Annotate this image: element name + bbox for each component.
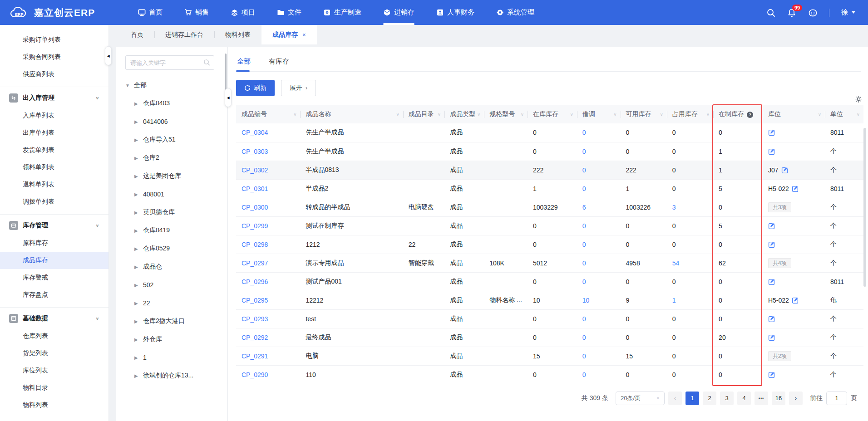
caret-collapsed-icon[interactable]: ▶ [134, 264, 139, 269]
tree-node-仓库0419[interactable]: ▶仓库0419 [125, 221, 227, 240]
refresh-button[interactable]: 刷新 [236, 80, 275, 96]
location-count-tag[interactable]: 共4项 [768, 258, 791, 268]
page-tab-首页[interactable]: 首页 [120, 25, 154, 44]
user-menu[interactable]: 徐 [841, 8, 855, 17]
tree-node-英贝德仓库[interactable]: ▶英贝德仓库 [125, 203, 227, 221]
chevron-down-icon[interactable]: ∨ [438, 112, 441, 116]
product-code-link[interactable]: CP_0295 [242, 297, 268, 304]
sidebar-collapse-handle[interactable]: ◀ [105, 46, 112, 65]
caret-collapsed-icon[interactable]: ▶ [134, 246, 139, 251]
sidebar-item-仓库列表[interactable]: 仓库列表 [0, 328, 108, 345]
tree-node-22[interactable]: ▶22 [125, 294, 227, 312]
product-code-link[interactable]: CP_0291 [242, 352, 268, 360]
caret-collapsed-icon[interactable]: ▶ [134, 119, 139, 124]
edit-location-icon[interactable] [768, 315, 775, 323]
edit-location-icon[interactable] [792, 185, 799, 192]
sidebar-item-采购合同列表[interactable]: 采购合同列表 [0, 49, 108, 66]
edit-location-icon[interactable] [768, 222, 775, 230]
chevron-down-icon[interactable]: ∨ [660, 112, 663, 116]
sidebar-item-成品库存[interactable]: 成品库存 [0, 252, 108, 269]
tree-node-仓库导入51[interactable]: ▶仓库导入51 [125, 131, 227, 149]
nav-item-cart[interactable]: 销售 [173, 0, 220, 25]
column-header-wip[interactable]: 在制库存? [713, 105, 763, 123]
chevron-down-icon[interactable]: ∨ [477, 112, 480, 116]
tree-node-1[interactable]: ▶1 [125, 348, 227, 367]
occupied-link[interactable]: 3 [672, 204, 676, 211]
column-header-available[interactable]: 可用库存∨ [621, 105, 667, 123]
page-tab-物料列表[interactable]: 物料列表 [214, 25, 261, 44]
borrow-link[interactable]: 0 [582, 185, 586, 192]
tree-node-408001[interactable]: ▶408001 [125, 185, 227, 203]
nav-item-hr[interactable]: 人事财务 [425, 0, 485, 25]
tree-node-仓库2[interactable]: ▶仓库2 [125, 149, 227, 167]
tree-search-icon[interactable] [203, 59, 210, 68]
sidebar-item-库存警戒[interactable]: 库存警戒 [0, 269, 108, 286]
borrow-link[interactable]: 0 [582, 371, 586, 378]
borrow-link[interactable]: 0 [582, 315, 586, 323]
product-code-link[interactable]: CP_0303 [242, 148, 268, 155]
column-header-catalog[interactable]: 成品目录∨ [403, 105, 444, 123]
occupied-link[interactable]: 54 [672, 259, 680, 267]
page-tab-进销存工作台[interactable]: 进销存工作台 [154, 25, 214, 44]
caret-expanded-icon[interactable]: ▼ [125, 83, 130, 88]
caret-collapsed-icon[interactable]: ▶ [134, 355, 139, 360]
nav-item-layers[interactable]: 项目 [220, 0, 266, 25]
product-code-link[interactable]: CP_0299 [242, 222, 268, 230]
sidebar-item-货架列表[interactable]: 货架列表 [0, 345, 108, 362]
borrow-link[interactable]: 0 [582, 352, 586, 360]
sidebar-item-库位列表[interactable]: 库位列表 [0, 362, 108, 379]
edit-location-icon[interactable] [768, 129, 775, 136]
location-count-tag[interactable]: 共2项 [768, 351, 791, 361]
page-button-1[interactable]: 1 [686, 392, 699, 405]
goto-page-input[interactable] [826, 392, 847, 405]
caret-collapsed-icon[interactable]: ▶ [134, 192, 139, 197]
filter-tab-有库存[interactable]: 有库存 [268, 54, 290, 71]
sidebar-group-header[interactable]: 库存管理∨ [0, 216, 108, 235]
notification-bell-icon[interactable]: 99 [787, 8, 796, 17]
product-code-link[interactable]: CP_0293 [242, 315, 268, 323]
chevron-down-icon[interactable]: ∨ [396, 112, 399, 116]
tree-node-仓库2撒大港口[interactable]: ▶仓库2撒大港口 [125, 312, 227, 330]
caret-collapsed-icon[interactable]: ▶ [134, 373, 139, 378]
location-count-tag[interactable]: 共3项 [768, 202, 791, 212]
sidebar-item-原料库存[interactable]: 原料库存 [0, 235, 108, 252]
column-header-occupied[interactable]: 占用库存∨ [667, 105, 713, 123]
column-header-in_stock[interactable]: 在库库存∨ [528, 105, 577, 123]
column-header-borrow[interactable]: 借调∨ [577, 105, 621, 123]
sidebar-item-调拨单列表[interactable]: 调拨单列表 [0, 193, 108, 210]
edit-location-icon[interactable] [768, 371, 775, 378]
tree-search-input[interactable] [125, 55, 214, 70]
prev-page-button[interactable]: ‹ [668, 392, 682, 405]
caret-collapsed-icon[interactable]: ▶ [134, 337, 139, 342]
chevron-down-icon[interactable]: ∨ [570, 112, 573, 116]
tree-node-0414006[interactable]: ▶0414006 [125, 113, 227, 131]
page-button-3[interactable]: 3 [720, 392, 734, 405]
edit-location-icon[interactable] [768, 241, 775, 248]
caret-collapsed-icon[interactable]: ▶ [134, 210, 139, 215]
borrow-link[interactable]: 0 [582, 241, 586, 248]
product-code-link[interactable]: CP_0292 [242, 334, 268, 341]
caret-collapsed-icon[interactable]: ▶ [134, 101, 139, 106]
borrow-link[interactable]: 0 [582, 222, 586, 230]
chevron-down-icon[interactable]: ∨ [521, 112, 524, 116]
borrow-link[interactable]: 6 [582, 204, 586, 211]
support-icon[interactable] [808, 8, 817, 17]
next-page-button[interactable]: › [789, 392, 803, 405]
nav-item-factory[interactable]: 生产制造 [312, 0, 372, 25]
tree-node-这是美团仓库[interactable]: ▶这是美团仓库 [125, 167, 227, 185]
tree-node-成品仓[interactable]: ▶成品仓 [125, 258, 227, 276]
table-scrollbar[interactable] [863, 128, 866, 287]
caret-collapsed-icon[interactable]: ▶ [134, 283, 139, 288]
edit-location-icon[interactable] [781, 166, 789, 174]
caret-collapsed-icon[interactable]: ▶ [134, 301, 139, 306]
tree-node-root[interactable]: ▼全部 [125, 76, 227, 94]
tree-collapse-handle[interactable]: ◀ [225, 88, 232, 107]
edit-location-icon[interactable] [768, 334, 775, 341]
borrow-link[interactable]: 0 [582, 259, 586, 267]
column-header-unit[interactable]: 单位∨ [825, 105, 863, 123]
nav-item-box[interactable]: 进销存 [372, 0, 425, 25]
filter-tab-全部[interactable]: 全部 [236, 54, 252, 71]
column-header-location[interactable]: 库位∨ [763, 105, 825, 123]
page-size-select[interactable]: 20条/页∨ [616, 392, 665, 405]
help-icon[interactable]: ? [747, 112, 753, 118]
